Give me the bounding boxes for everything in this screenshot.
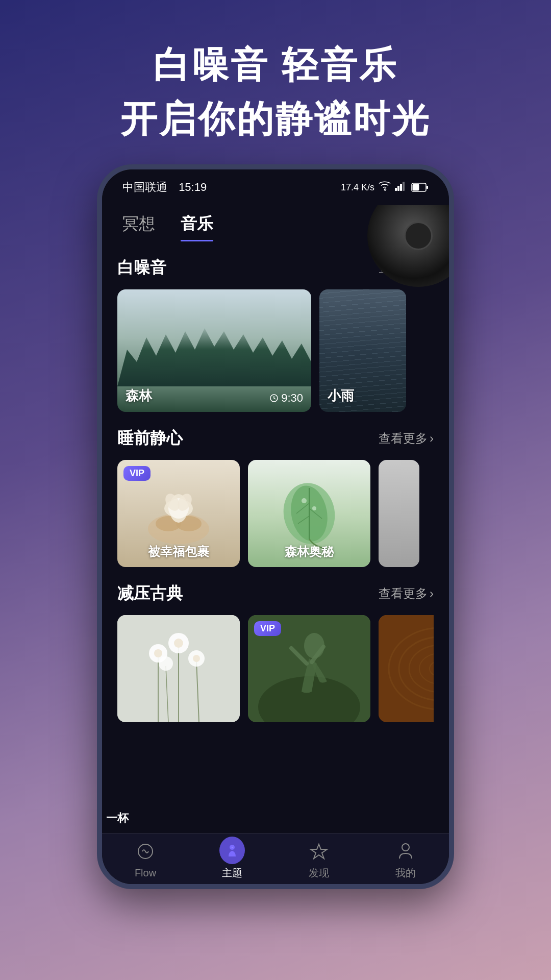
nav-discover-label: 发现 (309, 866, 329, 880)
svg-rect-1 (397, 186, 399, 191)
chevron-right-icon: › (430, 431, 434, 446)
mine-icon (393, 838, 418, 863)
phone-frame: 中国联通 15:19 17.4 K/s (97, 164, 454, 889)
vip-badge-happiness: VIP (123, 466, 151, 481)
svg-rect-5 (413, 184, 419, 191)
nav-discover[interactable]: 发现 (306, 838, 332, 880)
svg-point-38 (304, 633, 324, 658)
nav-flow[interactable]: Flow (133, 839, 158, 879)
card-forest-duration: 9:30 (270, 391, 303, 405)
bottom-nav: Flow 主题 (102, 833, 449, 884)
carrier-time: 中国联通 15:19 (122, 180, 207, 195)
sleep-cards: VIP 被幸福包裹 (117, 460, 434, 567)
card-happiness-label: 被幸福包裹 (117, 544, 240, 560)
card-happiness[interactable]: VIP 被幸福包裹 (117, 460, 240, 567)
tab-music[interactable]: 音乐 (181, 213, 213, 241)
nav-mine-label: 我的 (395, 866, 416, 880)
svg-rect-6 (427, 186, 428, 189)
card-forest-mystery[interactable]: 森林奥秘 (248, 460, 370, 567)
svg-point-23 (312, 506, 316, 510)
flow-icon (133, 839, 158, 864)
section-sleep-title: 睡前静心 (117, 427, 183, 450)
status-icons: 17.4 K/s (341, 180, 429, 195)
section-stress-title: 减压古典 (117, 582, 183, 605)
card-forest-label: 森林 (126, 387, 152, 405)
card-rain-label: 小雨 (328, 387, 354, 405)
vip-badge-dance: VIP (254, 621, 281, 636)
battery-icon (411, 183, 429, 192)
svg-point-33 (154, 649, 162, 657)
card-rain[interactable]: 小雨 (319, 289, 406, 412)
svg-point-35 (193, 655, 200, 662)
svg-rect-0 (395, 188, 397, 191)
card-white-flower[interactable] (117, 615, 240, 722)
svg-marker-49 (311, 844, 327, 859)
status-bar: 中国联通 15:19 17.4 K/s (102, 169, 449, 205)
card-forest-mystery-label: 森林奥秘 (248, 544, 370, 560)
section-white-noise-title: 白噪音 (117, 257, 166, 279)
section-sleep: 睡前静心 查看更多 › (102, 427, 449, 567)
svg-rect-2 (400, 184, 402, 191)
stress-cards: VIP (117, 615, 434, 722)
white-flower-image (117, 615, 240, 722)
section-stress-header: 减压古典 查看更多 › (117, 582, 434, 605)
svg-point-50 (402, 844, 409, 851)
tab-bar: 冥想 音乐 (102, 213, 449, 241)
chevron-right-icon: › (430, 586, 434, 601)
svg-rect-39 (379, 615, 434, 722)
svg-point-34 (174, 639, 183, 648)
nav-themes-label: 主题 (222, 866, 242, 880)
card-dance[interactable]: VIP (248, 615, 370, 722)
app-content: 冥想 音乐 白噪音 查看更多 › (102, 205, 449, 833)
tab-meditation[interactable]: 冥想 (122, 213, 155, 241)
section-sleep-more[interactable]: 查看更多 › (379, 430, 434, 447)
tagline: 白噪音 轻音乐 开启你的静谧时光 (120, 41, 431, 144)
nav-mine[interactable]: 我的 (393, 838, 418, 880)
svg-point-32 (159, 656, 173, 671)
tagline-line1: 白噪音 轻音乐 (120, 41, 431, 90)
wifi-icon (379, 180, 391, 195)
section-sleep-header: 睡前静心 查看更多 › (117, 427, 434, 450)
background: 白噪音 轻音乐 开启你的静谧时光 中国联通 15:19 17.4 K/s (0, 0, 551, 980)
section-stress-more[interactable]: 查看更多 › (379, 585, 434, 602)
discover-icon (306, 838, 332, 863)
card-forest[interactable]: 森林 9:30 (117, 289, 311, 412)
svg-point-48 (232, 847, 233, 848)
nav-themes[interactable]: 主题 (219, 838, 245, 880)
nav-flow-label: Flow (135, 867, 156, 879)
speed-icon: 17.4 K/s (341, 182, 374, 193)
card-wood[interactable] (379, 615, 434, 722)
svg-point-22 (302, 498, 307, 503)
themes-icon (219, 838, 245, 863)
partial-image (379, 460, 419, 567)
card-partial[interactable]: 一杯 (379, 460, 419, 567)
signal-icon (395, 182, 407, 193)
tagline-line2: 开启你的静谧时光 (120, 95, 431, 144)
wood-image (379, 615, 434, 722)
phone-gesture-bar: ◁ (102, 884, 449, 889)
svg-rect-3 (403, 182, 405, 191)
white-noise-cards: 森林 9:30 (117, 289, 434, 412)
scroll-area[interactable]: 白噪音 查看更多 › 森林 (102, 241, 449, 833)
section-stress: 减压古典 查看更多 › (102, 582, 449, 722)
